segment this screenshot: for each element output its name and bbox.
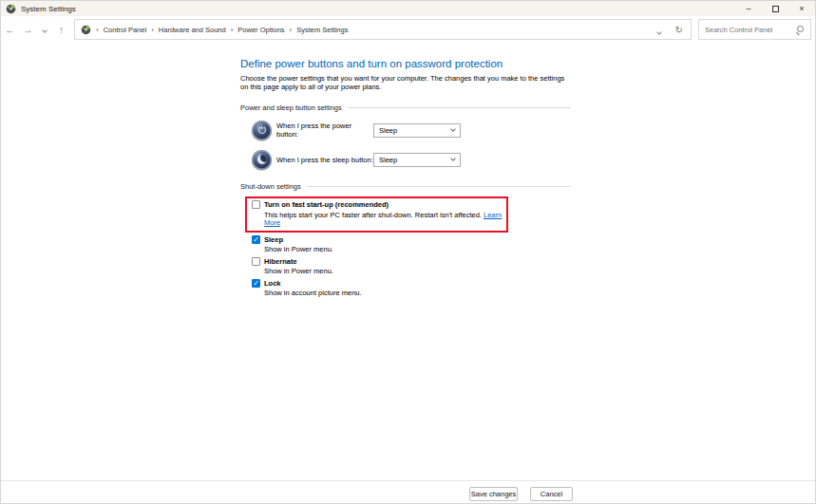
breadcrumb-item-hardware-and-sound[interactable]: Hardware and Sound [159,26,226,34]
breadcrumb-item-power-options[interactable]: Power Options [237,26,284,34]
section-header-power-buttons: Power and sleep button settings [240,103,571,112]
recent-pages-chevron-icon[interactable] [37,26,52,34]
sleep-button-action-select[interactable]: Sleep [373,153,461,167]
power-button-label: When I press the power button: [276,121,373,139]
system-settings-window: System Settings – × ← → ↑ › Control Pane… [0,0,816,504]
power-options-breadcrumb-icon [81,25,91,35]
section-header-shutdown: Shut-down settings [240,182,571,191]
sleep-button-action-value: Sleep [379,156,397,164]
titlebar: System Settings – × [1,1,815,16]
power-glyph [258,126,266,134]
fast-startup-checkbox[interactable] [252,200,260,209]
power-button-action-value: Sleep [379,126,397,135]
breadcrumb-controls: ↻ [657,21,683,38]
up-icon[interactable]: ↑ [52,24,70,35]
lock-menu-row: Lock [252,279,571,288]
lock-label[interactable]: Lock [264,279,281,288]
sleep-menu-item: Sleep Show in Power menu. [252,235,571,254]
breadcrumb-item-system-settings[interactable]: System Settings [296,26,348,34]
lock-menu-item: Lock Show in account picture menu. [252,279,571,298]
breadcrumb-separator: › [290,26,293,34]
lock-description: Show in account picture menu. [264,289,571,298]
breadcrumb[interactable]: › Control Panel › Hardware and Sound › P… [74,19,692,40]
window-controls: – × [735,1,815,16]
hibernate-menu-item: Hibernate Show in Power menu. [252,257,571,276]
navigation-bar: ← → ↑ › Control Panel › Hardware and Sou… [1,16,815,43]
power-button-icon [252,121,272,140]
search-input[interactable] [705,26,796,34]
hibernate-checkbox[interactable] [252,257,260,266]
hibernate-label[interactable]: Hibernate [264,257,297,266]
sleep-label[interactable]: Sleep [264,235,283,244]
sleep-button-label: When I press the sleep button: [276,156,373,164]
shutdown-settings-section: Shut-down settings Turn on fast start-up… [240,182,571,298]
fast-startup-description-text: This helps start your PC faster after sh… [264,211,482,219]
power-button-action-select[interactable]: Sleep [373,123,461,138]
sleep-checkbox[interactable] [252,235,260,244]
sleep-description: Show in Power menu. [264,246,571,254]
fast-startup-label[interactable]: Turn on fast start-up (recommended) [264,200,389,209]
fast-startup-item-highlighted: Turn on fast start-up (recommended) This… [245,196,508,233]
refresh-icon[interactable]: ↻ [675,25,683,35]
page-title: Define power buttons and turn on passwor… [240,58,571,69]
back-icon[interactable]: ← [1,24,19,35]
chevron-down-icon [450,126,456,132]
power-button-row: When I press the power button: Sleep [252,119,571,141]
main-content: Define power buttons and turn on passwor… [240,58,571,298]
forward-icon[interactable]: → [19,24,37,35]
sleep-button-row: When I press the sleep button: Sleep [252,148,571,171]
breadcrumb-separator: › [231,26,234,34]
maximize-icon[interactable] [762,1,788,16]
breadcrumb-separator: › [151,26,154,34]
footer-divider [1,480,815,481]
search-box [698,19,811,40]
lock-checkbox[interactable] [252,279,260,288]
search-icon[interactable] [796,26,805,34]
chevron-down-icon [450,156,456,161]
breadcrumb-separator: › [96,26,99,34]
maximize-box-glyph [772,6,779,12]
power-options-app-icon [6,4,16,14]
window-title: System Settings [21,5,76,13]
fast-startup-row: Turn on fast start-up (recommended) [252,200,503,209]
fast-startup-description: This helps start your PC faster after sh… [264,212,503,228]
page-description: Choose the power settings that you want … [240,75,571,91]
breadcrumb-item-control-panel[interactable]: Control Panel [104,26,146,34]
sleep-button-icon [252,150,272,170]
sleep-menu-row: Sleep [252,235,571,244]
minimize-icon[interactable]: – [735,1,762,16]
address-dropdown-chevron-icon[interactable] [657,21,661,38]
save-changes-button[interactable]: Save changes [469,487,518,501]
hibernate-description: Show in Power menu. [264,268,571,276]
moon-glyph [257,155,267,164]
hibernate-menu-row: Hibernate [252,257,571,266]
cancel-button[interactable]: Cancel [530,487,573,501]
close-icon[interactable]: × [788,1,815,16]
